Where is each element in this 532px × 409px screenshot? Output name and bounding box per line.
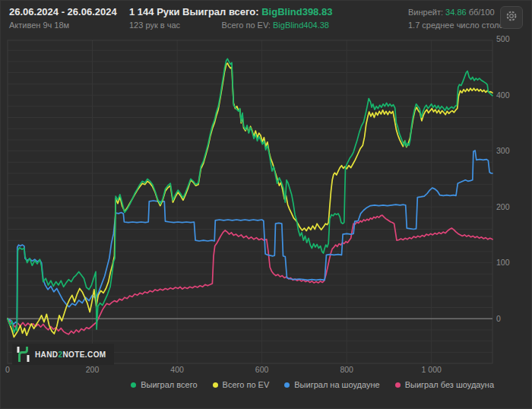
y-tick-label: 200: [496, 202, 510, 211]
legend-label: Выиграл на шоудауне: [294, 380, 379, 389]
legend-item-1[interactable]: Всего по EV: [213, 380, 270, 389]
x-tick-label: 600: [255, 365, 269, 374]
hand2note-logo: HAND2NOTE.COM: [12, 344, 114, 365]
legend-item-3[interactable]: Выиграл без шоудауна: [395, 380, 494, 389]
hand2note-icon: [17, 346, 30, 363]
legend-item-0[interactable]: Выиграл всего: [131, 380, 197, 389]
legend-item-2[interactable]: Выиграл на шоудауне: [284, 380, 379, 389]
legend-label: Выиграл без шоудауна: [405, 380, 494, 389]
x-tick-label: 0: [5, 365, 10, 374]
y-tick-label: 100: [496, 258, 510, 267]
legend-dot-icon: [284, 382, 290, 388]
y-tick-label: 300: [496, 146, 510, 155]
y-tick-label: 0: [496, 314, 501, 323]
legend-dot-icon: [131, 382, 136, 388]
x-tick-label: 400: [170, 365, 184, 374]
hand2note-session-report: 26.06.2024 - 26.06.2024 Активен 9ч 18м 1…: [0, 0, 532, 409]
legend-label: Всего по EV: [223, 380, 270, 389]
plot-border: [8, 40, 492, 363]
chart-legend: Выиграл всегоВсего по EVВыиграл на шоуда…: [131, 380, 494, 389]
x-tick-label: 800: [340, 365, 353, 374]
x-tick-label: 200: [86, 365, 100, 374]
legend-dot-icon: [395, 382, 401, 388]
x-tick-label: 1 000: [422, 365, 442, 374]
legend-label: Выиграл всего: [141, 380, 197, 389]
y-tick-label: 400: [496, 90, 510, 100]
y-tick-label: 500: [496, 34, 510, 43]
hand2note-logo-text: HAND2NOTE.COM: [35, 350, 106, 359]
legend-dot-icon: [213, 382, 218, 388]
